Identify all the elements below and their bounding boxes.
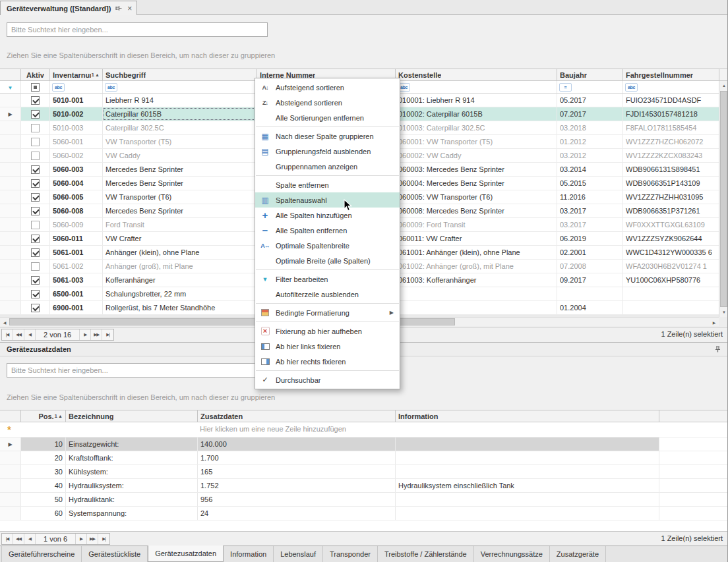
kostenstelle-cell[interactable]: 060004: Mercedes Benz Sprinter xyxy=(396,177,557,190)
previous-page-button[interactable] xyxy=(13,329,24,340)
table-row[interactable]: 50Hydrauliktank:956 xyxy=(0,493,728,507)
inventarnummer-cell[interactable]: 5060-003 xyxy=(50,163,103,176)
suchbegriff-cell[interactable]: Caterpillar 302.5C xyxy=(103,121,257,134)
fahrgestellnummer-cell[interactable]: WDB9066351P371261 xyxy=(623,204,719,217)
aktiv-cell[interactable] xyxy=(21,135,50,148)
aktiv-cell[interactable] xyxy=(21,149,50,162)
baujahr-cell[interactable]: 06.2019 xyxy=(557,232,623,245)
column-header-zus[interactable]: Zusatzdaten xyxy=(198,410,396,422)
fahrgestellnummer-cell[interactable]: F8FALO17811585454 xyxy=(623,121,719,134)
menu-item[interactable]: Optimale Spaltenbreite xyxy=(255,238,400,253)
menu-item[interactable]: Spalte entfernen xyxy=(255,177,400,192)
information-cell[interactable] xyxy=(396,465,659,478)
column-header-info[interactable]: Information xyxy=(396,410,659,422)
kostenstelle-cell[interactable]: 060009: Ford Transit xyxy=(396,218,557,231)
menu-item[interactable]: Gruppennamen anzeigen xyxy=(255,159,400,174)
kostenstelle-cell[interactable]: 060001: VW Transporter (T5) xyxy=(396,135,557,148)
suchbegriff-cell[interactable]: Mercedes Benz Sprinter xyxy=(103,163,257,176)
fahrgestellnummer-cell[interactable]: WF0XXXTTGXGL63109 xyxy=(623,218,719,231)
suchbegriff-cell[interactable]: VW Transporter (T6) xyxy=(103,190,257,204)
suchbegriff-cell[interactable]: Schalungsbretter, 22 mm xyxy=(103,287,257,300)
zusatzdaten-cell[interactable]: 1.700 xyxy=(198,451,396,464)
menu-item[interactable]: Alle Sortierungen entfernen xyxy=(255,110,400,125)
aktiv-checkbox[interactable] xyxy=(31,110,40,119)
menu-item[interactable]: Autofilterzeile ausblenden xyxy=(255,287,400,302)
baujahr-cell[interactable]: 07.2017 xyxy=(557,107,623,121)
inventarnummer-cell[interactable]: 5061-003 xyxy=(50,273,103,287)
suchbegriff-cell[interactable]: VW Transporter (T5) xyxy=(103,135,257,148)
kostenstelle-cell[interactable]: 060003: Mercedes Benz Sprinter xyxy=(396,163,557,176)
aktiv-cell[interactable] xyxy=(21,121,50,134)
filter-cell-such[interactable]: abc xyxy=(103,81,257,93)
table-row[interactable]: 60Systemspannung:24 xyxy=(0,507,728,520)
information-cell[interactable] xyxy=(396,451,659,464)
kostenstelle-cell[interactable]: 061002: Anhänger (groß), mit Plane xyxy=(396,260,557,273)
text-filter-type-icon[interactable]: abc xyxy=(52,83,65,92)
bottom-tab-lebenslauf[interactable]: Lebenslauf xyxy=(274,546,323,562)
fahrgestellnummer-cell[interactable] xyxy=(623,287,719,300)
table-row[interactable]: ▶10Einsatzgewicht:140.000 xyxy=(0,437,728,451)
aktiv-checkbox[interactable] xyxy=(31,221,40,229)
column-header-such[interactable]: Suchbegriff xyxy=(103,69,257,80)
inventarnummer-cell[interactable]: 5010-001 xyxy=(50,94,103,107)
text-filter-type-icon[interactable]: abc xyxy=(625,83,638,92)
kostenstelle-cell[interactable] xyxy=(396,287,557,300)
kostenstelle-cell[interactable]: 010003: Caterpillar 302.5C xyxy=(396,121,557,134)
table-row[interactable]: 40Hydrauliksystem:1.752Hydrauliksystem e… xyxy=(0,479,728,493)
scroll-up-icon[interactable]: ▲ xyxy=(719,81,728,90)
text-filter-type-icon[interactable]: abc xyxy=(105,83,117,92)
aktiv-checkbox[interactable] xyxy=(31,193,40,202)
fahrgestellnummer-cell[interactable]: FUIO234571DD4ASDF xyxy=(623,94,719,107)
suchbegriff-cell[interactable]: VW Crafter xyxy=(103,232,257,245)
filter-cell-bau[interactable]: = xyxy=(557,81,623,93)
menu-item[interactable]: Spaltenauswahl xyxy=(255,192,400,208)
scroll-down-icon[interactable]: ▼ xyxy=(719,308,728,317)
fahrgestellnummer-cell[interactable]: WV1ZZZ7HZHH031095 xyxy=(623,190,719,204)
bezeichnung-cell[interactable]: Einsatzgewicht: xyxy=(66,437,198,451)
aktiv-checkbox[interactable] xyxy=(31,262,40,271)
inventarnummer-cell[interactable]: 5060-002 xyxy=(50,149,103,162)
bottom-tab-ger-tef-hrerscheine[interactable]: Geräteführerscheine xyxy=(1,546,82,562)
next-record-button[interactable] xyxy=(76,534,87,544)
zusatzdaten-cell[interactable]: 140.000 xyxy=(198,437,396,451)
menu-item[interactable]: Ab hier rechts fixieren xyxy=(255,354,400,369)
aktiv-checkbox[interactable] xyxy=(31,290,40,298)
fahrgestellnummer-cell[interactable]: FJDI14530157481218 xyxy=(623,107,719,121)
vertical-scrollbar[interactable]: ▲ ▼ xyxy=(719,81,728,317)
inventarnummer-cell[interactable]: 5061-002 xyxy=(50,260,103,273)
next-record-button[interactable] xyxy=(80,329,91,340)
fahrgestellnummer-cell[interactable]: WV1ZZZ7HZCH062072 xyxy=(623,135,719,148)
kostenstelle-cell[interactable]: 060008: Mercedes Benz Sprinter xyxy=(396,204,557,217)
aktiv-checkbox[interactable] xyxy=(31,138,40,146)
aktiv-cell[interactable] xyxy=(21,246,50,259)
table-row[interactable]: 30Kühlsystem:165 xyxy=(0,465,728,479)
column-header-aktiv[interactable]: Aktiv xyxy=(21,69,50,80)
column-header-bez[interactable]: Bezeichnung xyxy=(66,410,198,422)
close-icon[interactable]: × xyxy=(127,5,132,12)
aktiv-cell[interactable] xyxy=(21,287,50,300)
fahrgestellnummer-cell[interactable]: WDB9066131S898451 xyxy=(623,163,719,176)
baujahr-cell[interactable]: 09.2017 xyxy=(557,273,623,287)
filter-cell-aktiv[interactable] xyxy=(21,81,50,93)
menu-item[interactable]: Alle Spalten entfernen xyxy=(255,223,400,238)
kostenstelle-cell[interactable] xyxy=(396,301,557,314)
suchbegriff-cell[interactable]: Kofferanhänger xyxy=(103,273,257,287)
menu-item[interactable]: Optimale Breite (alle Spalten) xyxy=(255,253,400,268)
aktiv-cell[interactable] xyxy=(21,163,50,176)
baujahr-cell[interactable]: 03.2018 xyxy=(557,121,623,134)
suchbegriff-cell[interactable]: Rollgerüst, bis 7 Meter Standhöhe xyxy=(103,301,257,314)
information-cell[interactable] xyxy=(396,507,659,520)
equals-filter-type-icon[interactable]: = xyxy=(559,83,572,92)
menu-item[interactable]: Alle Spalten hinzufügen xyxy=(255,208,400,223)
tab-geraeteverwaltung[interactable]: Geräteverwaltung ([Standard]) × xyxy=(0,1,137,15)
inventarnummer-cell[interactable]: 5060-001 xyxy=(50,135,103,148)
aktiv-checkbox[interactable] xyxy=(31,248,40,257)
first-record-button[interactable] xyxy=(2,329,13,340)
bezeichnung-cell[interactable]: Hydrauliksystem: xyxy=(66,479,198,492)
baujahr-cell[interactable]: 03.2017 xyxy=(557,204,623,217)
previous-record-button[interactable] xyxy=(24,329,36,340)
inventarnummer-cell[interactable]: 5060-009 xyxy=(50,218,103,231)
aktiv-cell[interactable] xyxy=(21,260,50,273)
menu-item[interactable]: Filter bearbeiten xyxy=(255,271,400,287)
scroll-right-icon[interactable]: ▶ xyxy=(710,318,719,327)
